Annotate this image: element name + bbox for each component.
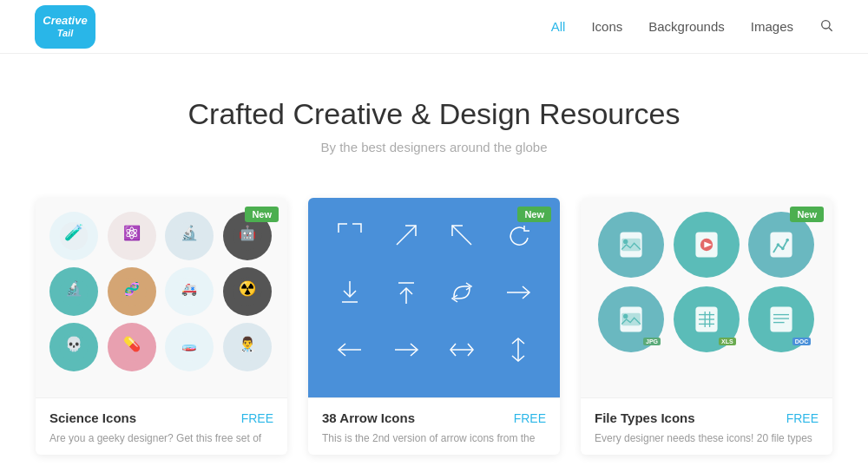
- svg-text:🚑: 🚑: [181, 281, 197, 297]
- sci-icon-ambulance: 🚑: [165, 267, 214, 316]
- svg-text:🔬: 🔬: [65, 279, 83, 298]
- svg-line-26: [397, 226, 416, 245]
- card-arrows[interactable]: New: [308, 198, 560, 455]
- card-science-price: FREE: [241, 411, 273, 425]
- card-science-image: New 🧪 ⚛️ 🔬 🤖 🔬: [36, 198, 287, 397]
- arrow-right-line: [492, 271, 545, 314]
- svg-text:⚛️: ⚛️: [123, 224, 141, 242]
- svg-line-27: [452, 226, 471, 245]
- card-filetypes-footer: File Types Icons FREE Every designer nee…: [581, 397, 832, 455]
- nav-backgrounds[interactable]: Backgrounds: [648, 19, 725, 34]
- nav-icons[interactable]: Icons: [591, 19, 622, 34]
- file-label-jpg: JPG: [643, 338, 661, 345]
- search-icon: [819, 18, 833, 32]
- file-label-xls: XLS: [719, 338, 736, 345]
- card-filetypes-desc: Every designer needs these icons! 20 fil…: [595, 430, 819, 446]
- sci-icon-doctor: 👨‍⚕️: [223, 323, 272, 371]
- arrow-expand: [324, 213, 377, 257]
- sci-icon-microscope: 🔬: [49, 267, 98, 316]
- svg-point-49: [623, 314, 628, 318]
- svg-rect-43: [771, 233, 792, 258]
- svg-text:💊: 💊: [123, 335, 141, 353]
- arrow-expand-h: [436, 328, 489, 371]
- site-header: Creative Tail All Icons Backgrounds Imag…: [0, 0, 868, 54]
- hero-title: Crafted Creative & Design Resources: [17, 97, 851, 131]
- svg-text:🔬: 🔬: [181, 224, 199, 242]
- svg-point-39: [623, 240, 628, 244]
- arrow-ne: [380, 213, 433, 257]
- arrow-down-box: [324, 271, 377, 314]
- arrow-left: [324, 328, 377, 371]
- svg-text:💀: 💀: [65, 335, 83, 353]
- card-arrows-title: 38 Arrow Icons: [322, 410, 415, 425]
- card-science-title: Science Icons: [49, 410, 136, 425]
- file-icon-image: [598, 212, 664, 278]
- file-icon-xls: XLS: [674, 286, 740, 352]
- svg-text:🤖: 🤖: [239, 224, 257, 242]
- nav-images[interactable]: Images: [751, 19, 793, 34]
- main-nav: All Icons Backgrounds Images: [551, 18, 833, 36]
- card-arrows-badge: New: [517, 207, 551, 222]
- card-filetypes-title: File Types Icons: [595, 410, 695, 425]
- arrow-nw: [436, 213, 489, 257]
- sci-icon-pill: 💊: [108, 323, 156, 371]
- svg-point-45: [781, 247, 785, 251]
- card-filetypes-badge: New: [790, 207, 824, 222]
- cards-container: New 🧪 ⚛️ 🔬 🤖 🔬: [0, 189, 868, 466]
- arrow-right: [380, 328, 433, 371]
- sci-icon-molecule: 🔬: [165, 212, 214, 260]
- svg-point-46: [786, 239, 790, 242]
- file-label-doc: DOC: [792, 338, 812, 345]
- file-icon-jpg: JPG: [598, 286, 664, 352]
- sci-icon-skull: 💀: [49, 323, 98, 371]
- logo-text-tail: Tail: [57, 28, 74, 39]
- card-arrows-price: FREE: [514, 411, 546, 425]
- card-arrows-footer: 38 Arrow Icons FREE This is the 2nd vers…: [308, 397, 560, 455]
- svg-rect-56: [771, 307, 792, 332]
- card-science-footer: Science Icons FREE Are you a geeky desig…: [36, 397, 287, 455]
- file-icon-video: [674, 212, 740, 278]
- svg-text:🧫: 🧫: [181, 337, 197, 352]
- sci-icon-atom: ⚛️: [108, 212, 156, 260]
- hero-subtitle: By the best designers around the globe: [17, 140, 851, 154]
- sci-icon-radiation: ☢️: [223, 267, 272, 316]
- svg-text:☢️: ☢️: [239, 279, 257, 298]
- card-filetypes[interactable]: New: [581, 198, 832, 455]
- card-filetypes-price: FREE: [786, 411, 819, 425]
- sci-icon-flask: 🧪: [49, 212, 98, 260]
- sci-icon-bio: 🧬: [108, 267, 156, 316]
- card-filetypes-image: New: [581, 198, 832, 397]
- card-science[interactable]: New 🧪 ⚛️ 🔬 🤖 🔬: [36, 198, 287, 455]
- svg-text:🧬: 🧬: [124, 281, 140, 297]
- svg-text:👨‍⚕️: 👨‍⚕️: [239, 335, 257, 353]
- card-science-badge: New: [245, 207, 279, 222]
- sci-icon-tubes: 🧫: [165, 323, 214, 371]
- arrow-expand-v: [492, 328, 545, 371]
- arrow-loop: [436, 271, 489, 314]
- logo[interactable]: Creative Tail: [35, 5, 95, 49]
- svg-line-1: [829, 28, 832, 31]
- file-icon-doc: DOC: [748, 286, 814, 352]
- card-arrows-desc: This is the 2nd version of arrow icons f…: [322, 430, 546, 446]
- svg-text:🧪: 🧪: [64, 223, 84, 242]
- svg-point-44: [777, 243, 780, 246]
- arrow-up-box: [380, 271, 433, 314]
- hero-section: Crafted Creative & Design Resources By t…: [0, 54, 868, 189]
- search-button[interactable]: [819, 18, 833, 36]
- nav-all[interactable]: All: [551, 19, 566, 34]
- svg-point-0: [822, 20, 830, 28]
- card-science-desc: Are you a geeky designer? Get this free …: [49, 430, 273, 446]
- logo-text-creative: Creative: [43, 14, 87, 28]
- card-arrows-image: New: [308, 198, 560, 397]
